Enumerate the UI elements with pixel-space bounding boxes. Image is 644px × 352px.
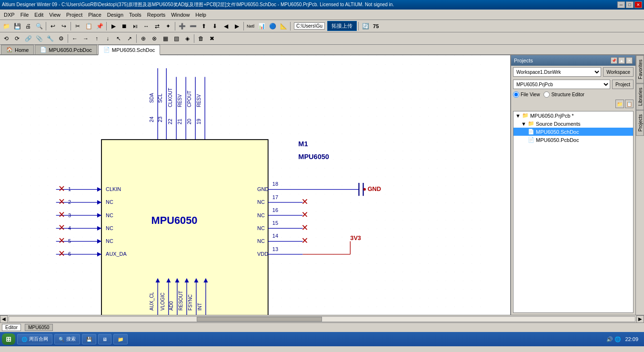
taskbar-item-icon2[interactable]: 🖥 [98, 334, 111, 344]
tb2-btn-16[interactable]: ▧ [171, 33, 181, 44]
workspace-button[interactable]: Workspace [603, 67, 634, 77]
menu-window[interactable]: Window [168, 11, 192, 19]
tb2-btn-11[interactable]: ↖ [113, 33, 124, 44]
project-tree[interactable]: ▼ 📁 MPU6050.PrjPcb * ▼ 📁 Source Document… [513, 111, 634, 313]
tb2-btn-12[interactable]: ↗ [124, 33, 135, 44]
scroll-right-button[interactable]: ▶ [636, 315, 644, 323]
zoom-level: 75 [373, 23, 379, 29]
toolbar-btn-undo[interactable]: ↩ [48, 21, 58, 31]
toolbar-btn-paste[interactable]: 📌 [94, 21, 105, 31]
menu-place[interactable]: Place [85, 11, 104, 19]
file-view-radio-label[interactable]: File View [513, 91, 540, 98]
maximize-button[interactable]: □ [626, 1, 634, 8]
toolbar-btn-8[interactable]: ↔ [141, 21, 151, 31]
toolbar-btn-13[interactable]: ⬆ [199, 21, 209, 31]
bottom-tab-mpu6050[interactable]: MPU6050 [25, 324, 52, 331]
tree-source-docs[interactable]: ▼ 📁 Source Documents [513, 120, 633, 128]
tb2-btn-3[interactable]: 🔗 [23, 33, 33, 44]
toolbar-btn-5[interactable]: ▶ [108, 21, 119, 31]
menu-edit[interactable]: Edit [31, 11, 46, 19]
tree-item-pcbdoc[interactable]: 📄 MPU6050.PcbDoc [513, 136, 633, 144]
tb2-btn-9[interactable]: ↑ [91, 33, 102, 44]
menu-design[interactable]: Design [104, 11, 126, 19]
panel-close-button[interactable]: ✕ [626, 57, 633, 64]
bottom-tab-editor[interactable]: Editor [2, 324, 21, 331]
menu-help[interactable]: Help [192, 11, 209, 19]
side-tab-favorites[interactable]: Favorites [636, 55, 644, 83]
toolbar-btn-19[interactable]: 📐 [278, 21, 289, 31]
tab-pcbdoc[interactable]: 📄 MPU6050.PcbDoc [35, 45, 97, 54]
toolbar-btn-print-preview[interactable]: 🔍 [34, 21, 44, 31]
schematic-canvas[interactable]: 24 23 22 21 20 19 SDA SCL CLKOUT RESV CP… [0, 55, 511, 315]
panel-pin-button[interactable]: 📌 [611, 57, 617, 64]
tb2-btn-17[interactable]: ◈ [182, 33, 192, 44]
panel-expand-button[interactable]: ▲ [618, 57, 625, 64]
tb2-btn-19[interactable]: ✖ [207, 33, 217, 44]
menu-project[interactable]: Project [63, 11, 85, 19]
tb2-btn-4[interactable]: 📎 [34, 33, 44, 44]
file-view-radio[interactable] [513, 91, 519, 98]
tree-root[interactable]: ▼ 📁 MPU6050.PrjPcb * [513, 111, 633, 120]
structure-editor-radio-label[interactable]: Structure Editor [543, 91, 584, 98]
toolbar-btn-9[interactable]: ⇄ [152, 21, 162, 31]
toolbar-btn-14[interactable]: ⬇ [210, 21, 220, 31]
toolbar-btn-copy[interactable]: 📋 [83, 21, 94, 31]
toolbar-btn-11[interactable]: ➕ [177, 21, 187, 31]
tb2-btn-5[interactable]: 🔧 [45, 33, 55, 44]
panel-icon-btn-2[interactable]: 📋 [625, 100, 634, 108]
tb2-btn-2[interactable]: ⟳ [12, 33, 22, 44]
menu-view[interactable]: View [46, 11, 63, 19]
refresh-btn[interactable]: 🔄 [360, 21, 371, 31]
taskbar-item-icon1[interactable]: 💾 [82, 334, 96, 344]
horizontal-scrollbar[interactable]: ◀ ▶ [0, 315, 644, 322]
taskbar-item-search[interactable]: 🔍 搜索 [54, 334, 80, 344]
menu-file[interactable]: File [18, 11, 32, 19]
tb2-btn-13[interactable]: ⊕ [138, 33, 149, 44]
toolbar-btn-3[interactable]: 🖨 [23, 21, 33, 31]
taskbar-item-browser[interactable]: 🌐 周百合网 [17, 334, 52, 344]
toolbar-btn-16[interactable]: ▶ [231, 21, 242, 31]
toolbar-btn-10[interactable]: ✦ [163, 21, 173, 31]
menu-dxp[interactable]: DXP [1, 11, 18, 19]
start-button[interactable]: ⊞ [2, 333, 15, 345]
toolbar-btn-18[interactable]: 🔵 [267, 21, 278, 31]
close-button[interactable]: ✕ [634, 1, 642, 8]
toolbar-btn-15[interactable]: ◀ [221, 21, 231, 31]
upload-button[interactable]: 拓接上传 [327, 21, 357, 31]
scroll-left-button[interactable]: ◀ [0, 315, 8, 323]
tb2-btn-15[interactable]: ▦ [160, 33, 171, 44]
toolbar-btn-12[interactable]: ➖ [188, 21, 198, 31]
toolbar-btn-6[interactable]: ⏹ [119, 21, 130, 31]
tb2-btn-18[interactable]: 🗑 [196, 33, 206, 44]
minimize-button[interactable]: ─ [617, 1, 625, 8]
scroll-thumb[interactable] [197, 317, 322, 322]
tb2-btn-1[interactable]: ⟲ [1, 33, 11, 44]
project-button[interactable]: Project [612, 80, 634, 89]
project-dropdown[interactable]: MPU6050.PrjPcb [513, 80, 610, 89]
tb2-btn-6[interactable]: ⚙ [56, 33, 66, 44]
side-tab-libraries[interactable]: Libraries [636, 83, 644, 110]
tb2-btn-14[interactable]: ⊗ [149, 33, 160, 44]
side-tab-projects[interactable]: Projects [636, 110, 644, 136]
taskbar-item-icon3[interactable]: 📁 [113, 334, 128, 344]
toolbar-btn-2[interactable]: 💾 [12, 21, 22, 31]
tb2-btn-7[interactable]: ← [70, 33, 80, 44]
tree-item-schdoc[interactable]: 📄 MPU6050.SchDoc [513, 128, 633, 136]
workspace-dropdown[interactable]: Workspace1.DsnWrk [513, 67, 601, 77]
toolbar-btn-7[interactable]: ⏯ [130, 21, 141, 31]
toolbar-btn-17[interactable]: 📊 [256, 21, 267, 31]
toolbar-btn-1[interactable]: 📁 [1, 21, 11, 31]
structure-editor-radio[interactable] [543, 91, 550, 98]
toolbar-btn-net[interactable]: Netl [245, 21, 256, 31]
tab-schdoc[interactable]: 📄 MPU6050.SchDoc [98, 45, 161, 55]
tb2-btn-10[interactable]: ↓ [102, 33, 113, 44]
toolbar-btn-redo[interactable]: ↪ [59, 21, 69, 31]
panel-icon-btn-1[interactable]: 📁 [615, 100, 624, 108]
scroll-track[interactable] [9, 316, 635, 322]
tab-home[interactable]: 🏠 Home [1, 45, 34, 54]
toolbar-btn-cut[interactable]: ✂ [72, 21, 83, 31]
search-taskbar-icon: 🔍 [59, 337, 64, 342]
menu-reports[interactable]: Reports [144, 11, 169, 19]
tb2-btn-8[interactable]: → [80, 33, 91, 44]
menu-tools[interactable]: Tools [126, 11, 144, 19]
